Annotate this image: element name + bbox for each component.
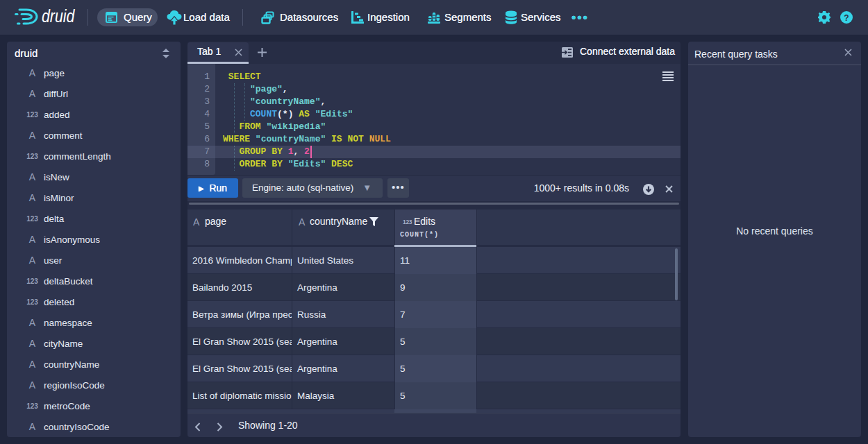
svg-text:?: ? [844,13,849,23]
